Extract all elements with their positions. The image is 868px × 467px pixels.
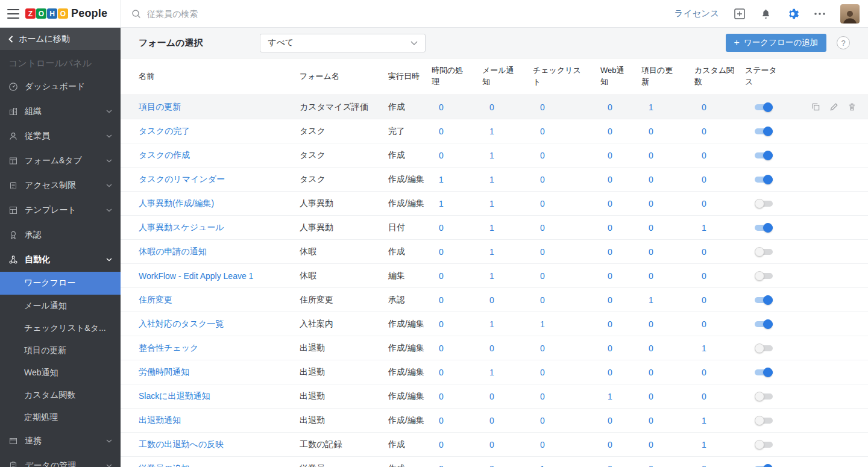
count-link[interactable]: 0 xyxy=(641,319,661,329)
count-link[interactable]: 0 xyxy=(482,343,502,353)
count-link[interactable]: 0 xyxy=(533,175,552,184)
status-toggle[interactable] xyxy=(755,225,773,231)
status-toggle[interactable] xyxy=(755,418,773,424)
status-toggle[interactable] xyxy=(755,369,773,375)
form-select-dropdown[interactable]: すべて xyxy=(260,34,426,52)
delete-icon[interactable] xyxy=(848,102,857,111)
count-link[interactable]: 0 xyxy=(641,247,661,257)
count-link[interactable]: 0 xyxy=(432,440,451,450)
count-link[interactable]: 0 xyxy=(694,102,714,112)
count-link[interactable]: 0 xyxy=(600,223,620,233)
count-link[interactable]: 0 xyxy=(600,127,620,136)
count-link[interactable]: 0 xyxy=(600,102,620,112)
count-link[interactable]: 1 xyxy=(694,343,714,353)
workflow-name-link[interactable]: 入社対応のタスク一覧 xyxy=(139,319,224,328)
workflow-name-link[interactable]: 従業員の追加 xyxy=(139,463,189,467)
count-link[interactable]: 0 xyxy=(432,343,451,353)
status-toggle[interactable] xyxy=(755,442,773,448)
search-input[interactable] xyxy=(147,9,400,19)
count-link[interactable]: 0 xyxy=(482,440,502,450)
count-link[interactable]: 0 xyxy=(641,464,661,467)
status-toggle[interactable] xyxy=(755,273,773,279)
count-link[interactable]: 0 xyxy=(694,127,714,136)
count-link[interactable]: 0 xyxy=(533,151,552,160)
sidebar-subitem[interactable]: メール通知 xyxy=(0,295,121,317)
count-link[interactable]: 0 xyxy=(432,295,451,305)
count-link[interactable]: 0 xyxy=(641,343,661,353)
count-link[interactable]: 0 xyxy=(694,368,714,377)
status-toggle[interactable] xyxy=(755,393,773,400)
count-link[interactable]: 0 xyxy=(533,102,552,112)
count-link[interactable]: 0 xyxy=(432,151,451,160)
count-link[interactable]: 0 xyxy=(432,416,451,425)
count-link[interactable]: 0 xyxy=(641,223,661,233)
count-link[interactable]: 0 xyxy=(432,127,451,136)
count-link[interactable]: 0 xyxy=(533,271,552,281)
count-link[interactable]: 0 xyxy=(641,271,661,281)
count-link[interactable]: 1 xyxy=(432,199,451,208)
app-logo[interactable]: ZOHO People xyxy=(25,7,107,20)
workflow-name-link[interactable]: タスクの作成 xyxy=(139,150,190,160)
count-link[interactable]: 0 xyxy=(641,151,661,160)
more-options-icon[interactable] xyxy=(814,12,826,16)
count-link[interactable]: 1 xyxy=(482,368,502,377)
count-link[interactable]: 0 xyxy=(432,392,451,401)
status-toggle[interactable] xyxy=(755,321,773,327)
count-link[interactable]: 0 xyxy=(432,319,451,329)
duplicate-icon[interactable] xyxy=(811,102,820,111)
count-link[interactable]: 0 xyxy=(600,416,620,425)
count-link[interactable]: 1 xyxy=(482,175,502,184)
count-link[interactable]: 0 xyxy=(600,319,620,329)
count-link[interactable]: 0 xyxy=(694,392,714,401)
status-toggle[interactable] xyxy=(755,104,773,110)
workflow-name-link[interactable]: 休暇の申請の通知 xyxy=(139,246,207,256)
workflow-name-link[interactable]: Slackに出退勤通知 xyxy=(139,391,210,401)
count-link[interactable]: 0 xyxy=(482,416,502,425)
sidebar-item[interactable]: 自動化 xyxy=(0,247,121,272)
workflow-name-link[interactable]: 工数の出退勤への反映 xyxy=(139,439,224,449)
count-link[interactable]: 0 xyxy=(694,464,714,467)
count-link[interactable]: 0 xyxy=(641,416,661,425)
sidebar-subitem[interactable]: 定期処理 xyxy=(0,406,121,428)
count-link[interactable]: 0 xyxy=(600,295,620,305)
sidebar-item[interactable]: 従業員 xyxy=(0,124,121,148)
count-link[interactable]: 1 xyxy=(432,175,451,184)
help-button[interactable]: ? xyxy=(837,36,850,49)
count-link[interactable]: 1 xyxy=(533,319,552,329)
count-link[interactable]: 0 xyxy=(600,440,620,450)
status-toggle[interactable] xyxy=(755,297,773,303)
count-link[interactable]: 1 xyxy=(694,223,714,233)
workflow-name-link[interactable]: WorkFlow - Edit Apply Leave 1 xyxy=(139,271,253,281)
count-link[interactable]: 0 xyxy=(533,223,552,233)
count-link[interactable]: 0 xyxy=(694,247,714,257)
count-link[interactable]: 0 xyxy=(533,368,552,377)
status-toggle[interactable] xyxy=(755,249,773,255)
count-link[interactable]: 0 xyxy=(533,199,552,208)
status-toggle[interactable] xyxy=(755,345,773,351)
count-link[interactable]: 0 xyxy=(600,199,620,208)
count-link[interactable]: 0 xyxy=(600,368,620,377)
count-link[interactable]: 0 xyxy=(694,295,714,305)
sidebar-item[interactable]: データの管理 xyxy=(0,453,121,467)
count-link[interactable]: 0 xyxy=(600,247,620,257)
count-link[interactable]: 1 xyxy=(694,440,714,450)
count-link[interactable]: 0 xyxy=(432,102,451,112)
count-link[interactable]: 0 xyxy=(641,175,661,184)
count-link[interactable]: 0 xyxy=(533,127,552,136)
count-link[interactable]: 1 xyxy=(482,127,502,136)
count-link[interactable]: 0 xyxy=(600,271,620,281)
count-link[interactable]: 0 xyxy=(694,151,714,160)
count-link[interactable]: 1 xyxy=(641,295,661,305)
count-link[interactable]: 0 xyxy=(600,175,620,184)
count-link[interactable]: 0 xyxy=(641,127,661,136)
count-link[interactable]: 1 xyxy=(600,392,620,401)
workflow-name-link[interactable]: 整合性チェック xyxy=(139,343,198,353)
count-link[interactable]: 0 xyxy=(694,271,714,281)
count-link[interactable]: 1 xyxy=(482,223,502,233)
edit-icon[interactable] xyxy=(829,102,838,111)
add-new-icon[interactable] xyxy=(734,8,746,20)
count-link[interactable]: 0 xyxy=(482,102,502,112)
workflow-name-link[interactable]: タスクのリマインダー xyxy=(139,174,225,184)
sidebar-subitem[interactable]: 項目の更新 xyxy=(0,339,121,362)
count-link[interactable]: 1 xyxy=(482,151,502,160)
